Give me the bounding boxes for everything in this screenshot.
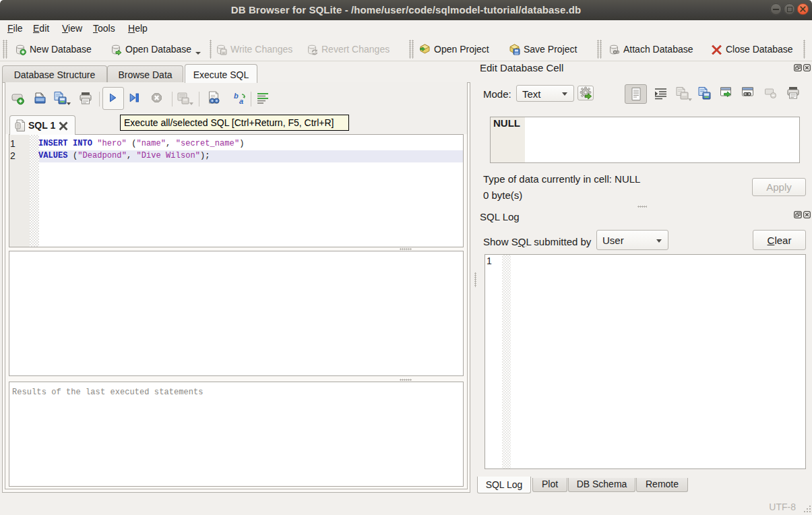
svg-text:a: a: [239, 97, 243, 105]
svg-text:b: b: [234, 92, 239, 100]
